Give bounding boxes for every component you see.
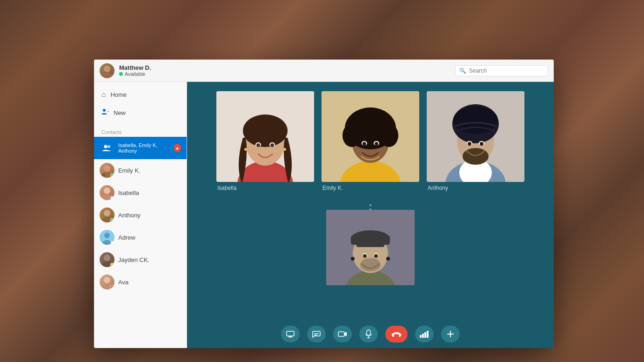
svg-point-2: [103, 109, 106, 112]
svg-point-29: [244, 148, 247, 151]
contact-item-group[interactable]: Isabella, Emily K, Anthony ●: [94, 137, 187, 159]
svg-rect-83: [427, 331, 429, 338]
svg-rect-71: [288, 337, 293, 337]
isabella-video: [216, 91, 314, 182]
svg-point-66: [374, 254, 378, 258]
emilyk-video: [322, 91, 419, 182]
svg-rect-80: [420, 335, 422, 338]
user-avatar: [100, 63, 114, 78]
jayden-avatar: [100, 252, 114, 267]
status-indicator: [119, 72, 123, 76]
video-call-area: Isabella: [187, 82, 554, 348]
svg-text:+: +: [107, 109, 109, 114]
svg-point-5: [107, 145, 110, 148]
svg-point-30: [283, 148, 286, 151]
svg-point-53: [480, 142, 483, 146]
svg-point-16: [104, 255, 110, 261]
contacts-section-label: Contacts: [94, 126, 187, 137]
svg-rect-61: [356, 243, 384, 247]
sidebar-item-new[interactable]: + New: [94, 103, 187, 122]
svg-rect-74: [338, 332, 344, 336]
svg-rect-82: [424, 332, 426, 338]
svg-point-18: [104, 277, 110, 283]
svg-point-9: [104, 188, 110, 194]
svg-point-8: [101, 173, 105, 177]
svg-rect-81: [422, 334, 424, 338]
contact-item-ava[interactable]: Ava: [94, 271, 187, 293]
svg-point-65: [363, 254, 367, 258]
svg-point-52: [468, 142, 471, 146]
svg-point-67: [351, 257, 355, 261]
svg-point-11: [104, 210, 110, 216]
svg-point-41: [375, 142, 378, 146]
contact-item-isabella[interactable]: Isabella: [94, 181, 187, 204]
svg-point-28: [270, 143, 274, 147]
video-cell-jayden: [326, 210, 415, 285]
svg-rect-75: [367, 330, 370, 335]
video-frame-emilyk: [322, 91, 419, 182]
search-input[interactable]: [469, 67, 544, 74]
anthony-label: Anthony: [118, 212, 141, 219]
group-avatar: [100, 141, 114, 155]
sidebar-item-home[interactable]: ⌂ Home: [94, 86, 187, 103]
add-button[interactable]: [441, 326, 460, 342]
new-icon: +: [101, 108, 109, 117]
emilyk-video-label: Emily K.: [322, 185, 343, 191]
svg-point-79: [399, 335, 401, 337]
status-text: Available: [125, 71, 145, 77]
microphone-button[interactable]: [359, 326, 378, 342]
video-grid: Isabella: [187, 82, 554, 320]
svg-point-14: [104, 233, 110, 238]
svg-rect-70: [289, 336, 292, 337]
sidebar-nav: ⌂ Home + New: [94, 82, 187, 126]
isabella-video-label: Isabella: [216, 185, 236, 191]
svg-rect-69: [287, 331, 294, 336]
emily-status-dot: [110, 174, 114, 177]
contact-item-adrew[interactable]: Adrew: [94, 226, 187, 248]
jayden-status-dot: [110, 263, 114, 267]
svg-rect-73: [314, 335, 317, 335]
username: Matthew D.: [119, 64, 151, 71]
app-window: Matthew D. Available 🔍 ⌂ Home: [94, 60, 554, 348]
new-label: New: [114, 109, 126, 116]
svg-point-40: [362, 142, 366, 146]
adrew-status-dot: [110, 241, 114, 244]
ava-status-dot: [110, 285, 114, 289]
svg-point-78: [392, 335, 394, 337]
video-frame-jayden: [326, 210, 415, 285]
signal-button[interactable]: [415, 326, 434, 342]
svg-point-4: [104, 145, 107, 148]
anthony-video-label: Anthony: [427, 185, 448, 191]
end-call-button[interactable]: [385, 326, 408, 342]
video-cell-emilyk: Emily K.: [322, 91, 419, 191]
app-header: Matthew D. Available 🔍: [94, 60, 554, 82]
contact-item-emily[interactable]: Emily K.: [94, 159, 187, 181]
contact-item-anthony[interactable]: Anthony: [94, 204, 187, 226]
video-frame-isabella: [216, 91, 314, 182]
emily-label: Emily K.: [118, 167, 141, 174]
isabella-avatar: [100, 185, 114, 200]
ava-label: Ava: [118, 279, 128, 286]
group-contact-label: Isabella, Emily K, Anthony: [118, 142, 170, 154]
video-cell-anthony: Anthony: [427, 91, 524, 191]
video-cell-isabella: Isabella: [216, 91, 314, 191]
svg-rect-72: [314, 333, 319, 334]
sidebar: ⌂ Home + New Contacts: [94, 82, 187, 348]
adrew-avatar: [100, 230, 114, 245]
svg-point-1: [101, 73, 113, 78]
anthony-status-dot: [110, 218, 114, 222]
video-frame-anthony: [427, 91, 524, 182]
svg-point-68: [386, 257, 390, 261]
search-bar[interactable]: 🔍: [455, 65, 548, 76]
app-body: ⌂ Home + New Contacts: [94, 82, 554, 348]
camera-button[interactable]: [333, 326, 352, 342]
svg-point-6: [104, 165, 110, 172]
screen-share-button[interactable]: [281, 326, 300, 342]
chat-button[interactable]: [307, 326, 326, 342]
call-badge: ●: [174, 144, 181, 152]
contact-item-jayden[interactable]: Jayden CK.: [94, 248, 187, 271]
anthony-video: [427, 91, 524, 182]
jayden-label: Jayden CK.: [118, 256, 149, 263]
svg-point-27: [256, 143, 260, 147]
search-icon: 🔍: [459, 67, 466, 74]
